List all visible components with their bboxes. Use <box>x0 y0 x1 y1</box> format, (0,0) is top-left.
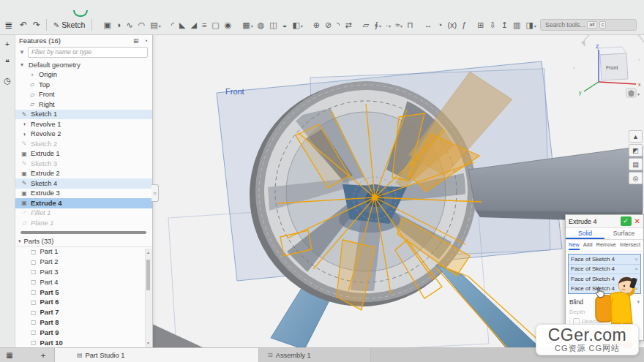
feature-script-icon[interactable]: ƒ <box>460 19 468 31</box>
mirror-icon[interactable]: ◫ <box>268 19 279 31</box>
import-icon[interactable]: ⇩ <box>488 19 498 31</box>
shell-icon[interactable]: ▢ <box>210 19 221 31</box>
new-tab-icon[interactable]: + <box>32 348 54 362</box>
selected-face-row[interactable]: Face of Sketch 4 × <box>569 254 640 265</box>
boolean-mode-tab[interactable]: Add <box>583 241 593 250</box>
history-icon[interactable]: ◷ <box>4 77 11 85</box>
linear-pattern-icon[interactable]: ▦▾ <box>241 19 254 31</box>
rollback-history-icon[interactable]: ◔ <box>144 37 148 45</box>
view-cube[interactable]: Front Z x y ‹ › <box>573 34 644 96</box>
boolean-icon[interactable]: ◒ <box>281 19 290 31</box>
transparency-icon[interactable]: ▲ <box>629 130 643 143</box>
find-geometry-icon[interactable]: ◎ <box>629 172 643 184</box>
tree-extrude-4[interactable]: ▣ Extrude 4 <box>15 198 152 208</box>
revolve-icon[interactable]: ◑ <box>115 19 124 31</box>
part-6[interactable]: ▢ Part 6 <box>15 297 152 307</box>
selected-face-row[interactable]: Face of Sketch 4 × <box>569 265 640 275</box>
cancel-button[interactable]: ✕ <box>634 217 640 225</box>
move-face-icon[interactable]: ⇄ <box>344 19 354 31</box>
tree-plane-1[interactable]: ▱ Plane 1 <box>15 218 152 228</box>
tree-plane-front[interactable]: ▱ Front <box>15 90 152 100</box>
confirm-button[interactable]: ✓ <box>621 216 632 226</box>
tree-extrude-1[interactable]: ▣ Extrude 1 <box>15 149 152 159</box>
view-options-icon[interactable]: ▾ <box>626 88 640 97</box>
parts-chevron-icon[interactable]: ▾ <box>18 238 21 244</box>
named-views-icon[interactable]: ◨▾ <box>524 19 537 31</box>
derived-icon[interactable]: ⊞ <box>476 19 486 31</box>
boolean-mode-tab[interactable]: New <box>569 241 580 250</box>
tree-extrude-2[interactable]: ▣ Extrude 2 <box>15 169 152 179</box>
body-type-tab[interactable]: Surface <box>604 228 643 239</box>
variable-icon[interactable]: (x) <box>446 19 459 31</box>
feature-filter-input[interactable]: Filter by name or type <box>28 47 148 58</box>
panel-splitter-handle[interactable]: ≡ <box>151 184 159 202</box>
parts-scrollbar[interactable]: ▲ ▼ <box>145 249 151 347</box>
scroll-up-arrow[interactable]: ▲ <box>146 250 151 254</box>
project-curve-icon[interactable]: ⊓ <box>405 19 416 31</box>
sketch-button[interactable]: ✎ Sketch <box>50 19 89 31</box>
bom-table-icon[interactable]: ▥ <box>512 19 523 31</box>
mass-properties-icon[interactable]: ◔ <box>436 19 445 31</box>
stand-leg-right[interactable] <box>436 265 549 348</box>
tree-sketch-3[interactable]: ✎ Sketch 3 <box>15 159 152 169</box>
transform-icon[interactable]: ⊕ <box>312 19 322 31</box>
boolean-mode-tab[interactable]: Remove <box>596 241 616 250</box>
part-7[interactable]: ▢ Part 7 <box>15 307 152 317</box>
part-4[interactable]: ▢ Part 4 <box>15 277 152 287</box>
undo-icon[interactable]: ↶ <box>17 17 30 33</box>
body-type-tab[interactable]: Solid <box>566 228 604 239</box>
mate-connector-icon[interactable]: + <box>5 40 10 48</box>
tree-extrude-3[interactable]: ▣ Extrude 3 <box>15 189 152 199</box>
part-9[interactable]: ▢ Part 9 <box>15 328 152 338</box>
point-icon[interactable]: ∙▾ <box>384 19 392 31</box>
chamfer-icon[interactable]: ◣ <box>178 19 187 31</box>
part-1[interactable]: ▢ Part 1 <box>15 247 152 257</box>
fillet-icon[interactable]: ◜ <box>170 19 176 31</box>
modify-fillet-icon[interactable]: ◝ <box>335 19 342 31</box>
tree-revolve-1[interactable]: ◑ Revolve 1 <box>15 119 152 129</box>
curve-icon[interactable]: ≈▾ <box>394 19 404 31</box>
new-folder-icon[interactable]: ⊞ <box>133 37 139 45</box>
part-2[interactable]: ▢ Part 2 <box>15 257 152 267</box>
plane-icon[interactable]: ▱ <box>362 19 371 31</box>
tool-search-input[interactable]: Search tools... alt c <box>540 19 637 31</box>
scrollbar-thumb[interactable] <box>146 260 150 290</box>
boolean-mode-tab[interactable]: Intersect <box>620 241 640 250</box>
export-icon[interactable]: ↥ <box>500 19 510 31</box>
delete-part-icon[interactable]: ⊘ <box>323 19 334 31</box>
remove-selection-icon[interactable]: × <box>634 265 638 272</box>
rollback-bar[interactable] <box>20 231 146 234</box>
section-view-icon[interactable]: ◩ <box>629 144 643 157</box>
tree-origin[interactable]: + Origin <box>15 70 152 80</box>
tree-sketch-1[interactable]: ✎ Sketch 1 <box>15 110 152 120</box>
base-wedge[interactable] <box>152 324 234 348</box>
part-8[interactable]: ▢ Part 8 <box>15 317 152 328</box>
tree-sketch-2[interactable]: ✎ Sketch 2 <box>15 139 152 149</box>
remove-selection-icon[interactable]: × <box>634 256 638 263</box>
sweep-icon[interactable]: ∿ <box>124 19 135 31</box>
part-3[interactable]: ▢ Part 3 <box>15 267 152 277</box>
rotate-left-arrow[interactable]: ‹ <box>573 64 575 71</box>
feature-list-toggle-icon[interactable]: ≣ <box>2 17 15 33</box>
split-icon[interactable]: ◧▾ <box>291 19 304 31</box>
tab-manager-icon[interactable]: ▦ <box>0 348 19 362</box>
part-10[interactable]: ▢ Part 10 <box>15 338 152 348</box>
tree-plane-top[interactable]: ▱ Top <box>15 80 152 90</box>
tab-assembly-1[interactable]: ⊡ Assembly 1 <box>259 348 371 362</box>
helix-icon[interactable]: ∮▾ <box>372 19 383 31</box>
rib-icon[interactable]: ≡ <box>201 19 209 31</box>
hole-icon[interactable]: ◉ <box>223 19 234 31</box>
draft-icon[interactable]: ◢ <box>189 19 198 31</box>
loft-icon[interactable]: ◠ <box>137 19 148 31</box>
circular-pattern-icon[interactable]: ◍ <box>256 19 267 31</box>
show-sketches-icon[interactable]: ▤ <box>629 158 643 170</box>
rotate-right-arrow[interactable]: › <box>638 56 640 63</box>
measure-icon[interactable]: ↔ <box>423 19 435 31</box>
redo-icon[interactable]: ↷ <box>30 17 43 33</box>
extrude-icon[interactable]: ▣ <box>102 19 113 31</box>
tree-default-geometry[interactable]: ▾ Default geometry <box>15 60 152 70</box>
scroll-down-arrow[interactable]: ▼ <box>146 341 151 345</box>
tree-plane-right[interactable]: ▱ Right <box>15 99 152 110</box>
tree-revolve-2[interactable]: ◑ Revolve 2 <box>15 129 152 140</box>
tree-fillet-1[interactable]: ◜ Fillet 1 <box>15 208 152 219</box>
